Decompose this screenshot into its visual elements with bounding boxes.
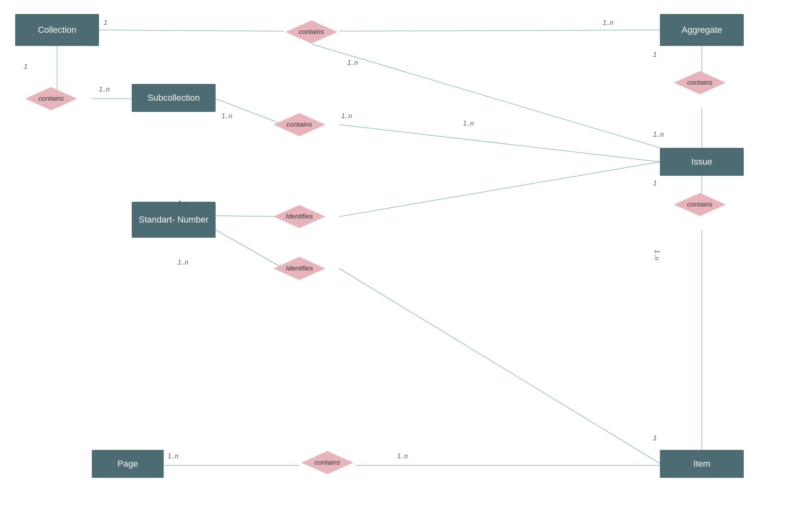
diamond-contains-left: contains [23, 86, 79, 111]
mult-10: 1..n [653, 131, 664, 138]
diamond-identifies-bottom: Identifies [271, 256, 327, 281]
mult-7: 1..n [347, 59, 358, 66]
diamond-contains-page: contains [299, 450, 355, 475]
mult-14: 1..n [653, 250, 660, 260]
mult-2: 1..n [603, 19, 614, 26]
entity-subcollection: Subcollection [132, 84, 216, 112]
diamond-contains-top: contains [283, 19, 339, 45]
svg-line-1 [339, 30, 660, 31]
mult-9: 1 [653, 51, 657, 58]
diagram-container: Collection Aggregate Subcollection Issue… [0, 0, 812, 513]
entity-collection: Collection [15, 14, 99, 46]
diamond-contains-aggregate: contains [672, 70, 728, 95]
mult-17: 1..n [397, 453, 408, 460]
diamond-contains-issue: contains [672, 192, 728, 217]
svg-line-6 [311, 44, 660, 148]
mult-5: 1..n [222, 113, 232, 120]
mult-12: 1..n [178, 200, 188, 207]
svg-line-5 [339, 125, 660, 162]
mult-8: 1..n [463, 120, 474, 127]
mult-15: 1 [653, 435, 657, 442]
entity-standart-number: Standart- Number [132, 202, 216, 238]
diamond-identifies-top: Identifies [271, 204, 327, 229]
mult-1: 1 [104, 19, 107, 26]
mult-3: 1 [24, 63, 28, 70]
entity-issue: Issue [660, 148, 744, 176]
entity-item: Item [660, 450, 744, 478]
entity-page: Page [92, 450, 164, 478]
mult-11: 1 [653, 180, 657, 187]
svg-line-0 [99, 30, 283, 31]
mult-4: 1..n [99, 86, 110, 93]
svg-line-12 [339, 162, 660, 217]
diamond-contains-sub: contains [271, 112, 327, 137]
entity-aggregate: Aggregate [660, 14, 744, 46]
mult-6: 1..n [341, 113, 352, 120]
mult-13: 1..n [178, 259, 188, 266]
mult-16: 1..n [168, 453, 178, 460]
svg-line-14 [339, 268, 660, 463]
